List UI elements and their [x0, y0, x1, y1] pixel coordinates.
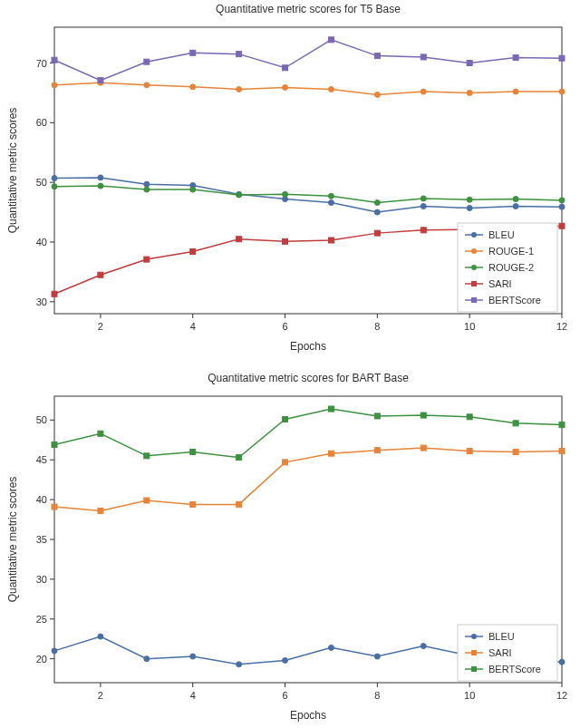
series-marker [559, 223, 565, 228]
series-marker [420, 228, 426, 233]
series-marker [283, 416, 288, 422]
series-marker [467, 414, 472, 420]
series-marker [328, 193, 334, 199]
series-marker [237, 86, 242, 92]
legend-marker [471, 297, 477, 303]
series-marker [374, 209, 380, 215]
series-marker [559, 55, 565, 61]
series-marker [98, 175, 103, 180]
series-marker [559, 422, 565, 428]
series-marker [374, 92, 380, 97]
series-marker [328, 86, 334, 92]
series-marker [283, 238, 288, 244]
series-marker [52, 57, 57, 63]
series-marker [420, 196, 426, 201]
legend-label: SARI [488, 278, 512, 289]
series-marker [420, 54, 426, 60]
series-marker [374, 448, 380, 453]
chart-t5-base: 304050607024681012Quantitative metric sc… [0, 0, 580, 359]
y-tick-label: 35 [36, 534, 47, 545]
x-tick-label: 6 [282, 690, 287, 701]
series-marker [237, 455, 242, 461]
series-marker [467, 90, 472, 95]
series-marker [283, 460, 288, 465]
series-marker [420, 445, 426, 451]
series-marker [237, 662, 242, 667]
series-marker [328, 406, 334, 412]
series-marker [467, 205, 472, 210]
x-tick-label: 8 [374, 690, 380, 701]
series-marker [467, 61, 472, 66]
series-marker [328, 37, 334, 43]
series-line [54, 448, 562, 510]
chart-title: Quantitative metric scores for BART Base [208, 372, 409, 384]
legend-label: SARI [488, 647, 512, 658]
series-marker [144, 656, 150, 662]
series-marker [190, 501, 196, 507]
series-marker [237, 192, 242, 198]
series-marker [283, 191, 288, 197]
series-marker [283, 65, 288, 71]
y-tick-label: 30 [36, 574, 47, 585]
series-marker [144, 181, 150, 187]
series-marker [328, 238, 334, 243]
series-marker [98, 634, 103, 639]
y-tick-label: 40 [36, 494, 47, 505]
series-marker [98, 78, 103, 83]
series-marker [144, 83, 150, 88]
legend-marker [471, 281, 477, 286]
y-tick-label: 50 [36, 414, 47, 425]
legend-marker [471, 666, 477, 672]
y-tick-label: 30 [36, 296, 47, 307]
series-marker [283, 657, 288, 663]
series-marker [420, 413, 426, 418]
x-tick-label: 2 [98, 690, 103, 701]
legend-label: BERTScore [488, 295, 541, 306]
series-marker [190, 187, 196, 192]
series-marker [513, 204, 518, 209]
y-tick-label: 60 [36, 117, 47, 128]
legend-label: BERTScore [488, 664, 541, 675]
series-marker [283, 84, 288, 90]
series-marker [328, 451, 334, 456]
x-tick-label: 10 [464, 690, 475, 701]
series-marker [144, 257, 150, 262]
series-marker [237, 237, 242, 242]
series-marker [190, 449, 196, 454]
series-marker [374, 654, 380, 659]
x-tick-label: 12 [556, 690, 567, 701]
x-tick-label: 10 [464, 321, 475, 332]
legend-label: BLEU [488, 229, 515, 240]
series-marker [190, 654, 196, 659]
series-marker [420, 204, 426, 209]
series-marker [559, 204, 565, 209]
y-tick-label: 20 [36, 654, 47, 665]
legend-marker [471, 232, 477, 238]
x-axis-label: Epochs [290, 709, 326, 722]
series-line [54, 40, 562, 81]
y-tick-label: 45 [36, 454, 47, 465]
series-marker [559, 198, 565, 203]
series-marker [98, 508, 103, 513]
series-marker [144, 453, 150, 459]
y-tick-label: 50 [36, 177, 47, 188]
series-marker [190, 249, 196, 255]
legend-label: ROUGE-1 [488, 246, 534, 257]
series-marker [52, 83, 57, 88]
series-line [54, 409, 562, 458]
series-marker [374, 230, 380, 236]
y-tick-label: 25 [36, 614, 47, 625]
legend-marker [471, 248, 477, 254]
legend-label: BLEU [488, 631, 515, 642]
series-marker [52, 442, 57, 448]
legend-marker [471, 265, 477, 270]
x-tick-label: 6 [282, 321, 287, 332]
series-marker [98, 183, 103, 189]
series-marker [237, 501, 242, 507]
chart-bart-base: 2025303540455024681012Quantitative metri… [0, 369, 580, 728]
chart-title: Quantitative metric scores for T5 Base [216, 3, 401, 15]
legend-marker [471, 634, 477, 639]
series-marker [52, 184, 57, 189]
y-tick-label: 40 [36, 237, 47, 248]
x-tick-label: 2 [98, 321, 103, 332]
